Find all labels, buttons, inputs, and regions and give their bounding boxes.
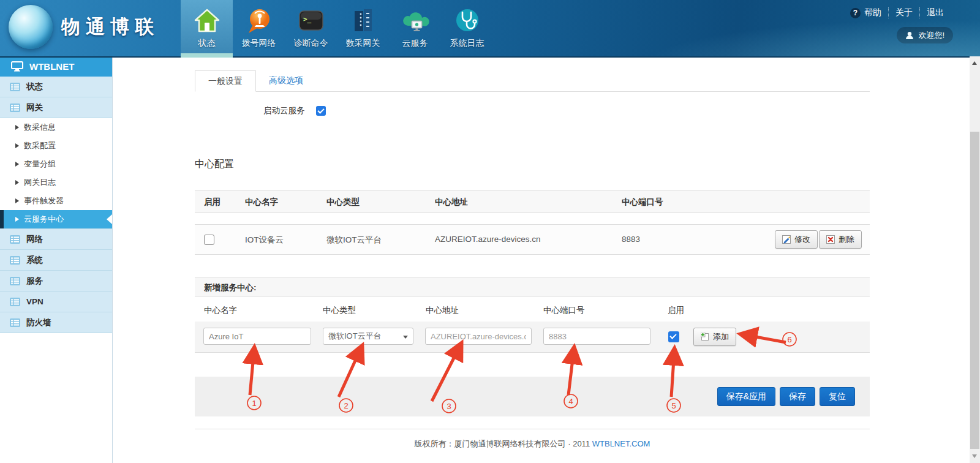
nav-item-dial-network[interactable]: 拨号网络 bbox=[233, 0, 285, 56]
chevron-down-icon bbox=[403, 336, 408, 339]
center-port-input[interactable] bbox=[543, 328, 650, 345]
col-port: 中心端口号 bbox=[622, 197, 663, 208]
add-form-inputs: 微软IOT云平台 添加 bbox=[195, 322, 870, 353]
sidebar-item-network[interactable]: 网络 bbox=[0, 228, 112, 250]
add-form-labels: 中心名字 中心类型 中心地址 中心端口号 启用 bbox=[195, 297, 870, 322]
sidebar-item-gateway[interactable]: 网关 bbox=[0, 97, 112, 118]
sidebar-item-event-trigger[interactable]: 事件触发器 bbox=[0, 192, 112, 210]
sidebar-item-variable-group[interactable]: 变量分组 bbox=[0, 155, 112, 173]
nav-item-system-log[interactable]: 系统日志 bbox=[441, 0, 493, 56]
center-name-input[interactable] bbox=[203, 328, 311, 345]
save-apply-button[interactable]: 保存&应用 bbox=[717, 387, 775, 406]
enable-cloud-checkbox[interactable] bbox=[316, 106, 326, 116]
triangle-icon bbox=[15, 217, 19, 222]
col-enable: 启用 bbox=[204, 197, 221, 208]
about-link[interactable]: 关于 bbox=[888, 7, 919, 18]
sidebar-item-vpn[interactable]: VPN bbox=[0, 292, 112, 312]
gateway-icon bbox=[349, 5, 377, 37]
sidebar-item-label: 数采信息 bbox=[24, 122, 56, 133]
add-enable-checkbox[interactable] bbox=[668, 331, 679, 342]
col-type: 中心类型 bbox=[326, 197, 360, 208]
center-config-title: 中心配置 bbox=[195, 158, 234, 171]
sidebar: WTBLNET 状态 网关 数采信息 数 bbox=[0, 56, 113, 463]
label-enable: 启用 bbox=[668, 305, 684, 316]
save-button[interactable]: 保存 bbox=[780, 387, 815, 406]
help-link[interactable]: 帮助 bbox=[864, 7, 888, 18]
list-icon bbox=[10, 235, 20, 244]
scrollbar-thumb[interactable] bbox=[970, 132, 979, 449]
table-row: IOT设备云 微软IOT云平台 AZUREIOT.azure-devices.c… bbox=[195, 224, 870, 255]
tab-general-settings[interactable]: 一般设置 bbox=[195, 70, 256, 92]
sidebar-header-label: WTBLNET bbox=[29, 61, 74, 72]
row-enable-checkbox[interactable] bbox=[204, 235, 214, 245]
sidebar-item-label: 系统 bbox=[26, 255, 43, 266]
reset-button[interactable]: 复位 bbox=[820, 387, 855, 406]
list-icon bbox=[10, 83, 20, 91]
enable-cloud-row: 启动云服务 bbox=[263, 105, 326, 116]
sidebar-item-firewall[interactable]: 防火墙 bbox=[0, 312, 112, 333]
sidebar-item-label: VPN bbox=[26, 297, 43, 306]
brand-name: 物通博联 bbox=[61, 14, 159, 40]
label-center-port: 中心端口号 bbox=[543, 305, 585, 316]
list-icon bbox=[10, 104, 20, 112]
copyright-text: 版权所有：厦门物通博联网络科技有限公司 · 2011 bbox=[415, 439, 590, 448]
nav-item-cloud-service[interactable]: 云服务 bbox=[389, 0, 441, 56]
action-band: 保存&应用 保存 复位 bbox=[195, 377, 870, 416]
nav-item-data-gateway[interactable]: 数采网关 bbox=[337, 0, 389, 56]
list-icon bbox=[10, 277, 20, 285]
center-type-select[interactable]: 微软IOT云平台 bbox=[323, 328, 413, 345]
footer: 版权所有：厦门物通博联网络科技有限公司 · 2011 WTBLNET.COM bbox=[195, 439, 870, 450]
scroll-up-icon[interactable] bbox=[972, 61, 977, 65]
brand-logo-icon bbox=[9, 5, 53, 49]
edit-icon bbox=[782, 235, 791, 244]
row-address: AZUREIOT.azure-devices.cn bbox=[435, 235, 541, 244]
sidebar-item-system[interactable]: 系统 bbox=[0, 250, 112, 271]
system-log-icon bbox=[453, 5, 481, 37]
help-icon: ? bbox=[850, 8, 861, 18]
triangle-icon bbox=[15, 162, 19, 167]
add-center-section-title: 新增服务中心: bbox=[195, 277, 870, 297]
triangle-icon bbox=[15, 143, 19, 148]
scroll-down-icon[interactable] bbox=[972, 454, 977, 458]
list-icon bbox=[10, 298, 20, 306]
nav-item-status[interactable]: 状态 bbox=[181, 0, 233, 56]
sidebar-item-cloud-service-center[interactable]: 云服务中心 bbox=[0, 210, 112, 228]
triangle-icon bbox=[15, 198, 19, 203]
sidebar-item-data-collection-info[interactable]: 数采信息 bbox=[0, 118, 112, 137]
sidebar-item-label: 云服务中心 bbox=[24, 214, 64, 225]
main-content: 一般设置 高级选项 启动云服务 中心配置 启用 中心名字 中心类型 中心地址 中… bbox=[112, 56, 970, 463]
row-port: 8883 bbox=[622, 235, 640, 244]
footer-link[interactable]: WTBLNET.COM bbox=[592, 439, 650, 448]
tab-advanced-options[interactable]: 高级选项 bbox=[256, 70, 316, 91]
list-icon bbox=[10, 318, 20, 327]
col-address: 中心地址 bbox=[435, 197, 468, 208]
footer-divider bbox=[195, 429, 870, 429]
sidebar-item-label: 网关 bbox=[26, 102, 43, 113]
sidebar-item-service[interactable]: 服务 bbox=[0, 271, 112, 292]
sidebar-item-label: 服务 bbox=[26, 276, 43, 287]
center-address-input[interactable] bbox=[425, 328, 532, 345]
logout-link[interactable]: 退出 bbox=[919, 7, 951, 18]
edit-button[interactable]: 修改 bbox=[775, 230, 818, 249]
top-header: 物通博联 状态 bbox=[0, 0, 980, 58]
monitor-icon bbox=[11, 61, 23, 72]
sidebar-item-data-collection-config[interactable]: 数采配置 bbox=[0, 137, 112, 155]
add-button[interactable]: 添加 bbox=[693, 328, 736, 346]
delete-button[interactable]: 删除 bbox=[819, 230, 862, 249]
nav-item-diagnostic-command[interactable]: >_ 诊断命令 bbox=[285, 0, 337, 56]
sidebar-item-label: 事件触发器 bbox=[24, 195, 64, 206]
settings-tabs: 一般设置 高级选项 bbox=[195, 70, 870, 92]
center-table-header: 启用 中心名字 中心类型 中心地址 中心端口号 bbox=[195, 190, 870, 213]
app-window: 物通博联 状态 bbox=[0, 0, 980, 463]
dial-network-icon bbox=[245, 5, 273, 37]
vertical-scrollbar[interactable] bbox=[970, 56, 980, 463]
welcome-button[interactable]: 欢迎您! bbox=[897, 27, 953, 43]
sidebar-item-label: 网络 bbox=[26, 234, 43, 245]
triangle-icon bbox=[15, 180, 19, 185]
sidebar-item-status[interactable]: 状态 bbox=[0, 77, 112, 97]
user-icon bbox=[905, 31, 914, 40]
row-type: 微软IOT云平台 bbox=[326, 235, 382, 246]
top-nav: 状态 拨号网络 bbox=[181, 0, 493, 56]
delete-icon bbox=[826, 235, 835, 244]
sidebar-item-gateway-log[interactable]: 网关日志 bbox=[0, 173, 112, 192]
